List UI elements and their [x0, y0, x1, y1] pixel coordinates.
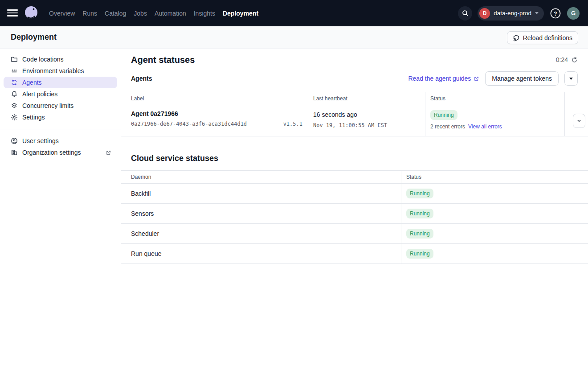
gear-icon — [11, 114, 18, 121]
daemon-name: Backfill — [121, 184, 401, 204]
expand-agent-row-button[interactable] — [573, 114, 585, 128]
sidebar-item-code-locations[interactable]: Code locations — [4, 54, 117, 65]
cloud-services-table: Daemon Status Backfill Running Sensors R… — [121, 170, 588, 264]
main-content: Agent statuses 0:24 Agents Read the agen… — [121, 49, 588, 391]
agent-status-cell: Running 2 recent errors View all errors — [425, 105, 565, 136]
sidebar-item-label: Concurrency limits — [22, 102, 74, 109]
agent-guides-link[interactable]: Read the agent guides — [408, 75, 479, 82]
search-button[interactable] — [458, 6, 472, 21]
daemon-name: Sensors — [121, 204, 401, 224]
dagster-logo-icon[interactable] — [23, 5, 39, 21]
agent-statuses-title: Agent statuses — [131, 55, 195, 65]
primary-nav: Overview Runs Catalog Jobs Automation In… — [49, 0, 258, 26]
column-header-daemon: Daemon — [121, 170, 401, 184]
external-link-icon — [474, 76, 479, 82]
agents-table: Label Last heartbeat Status Agent 0a2719… — [121, 92, 588, 136]
layers-icon — [11, 102, 18, 109]
heartbeat-timestamp: Nov 19, 11:00:55 AM EST — [313, 122, 425, 128]
sidebar-item-environment-variables[interactable]: Environment variables — [4, 65, 117, 77]
nav-item-runs[interactable]: Runs — [82, 10, 97, 17]
status-badge: Running — [406, 229, 433, 239]
folder-icon — [11, 56, 18, 63]
page-header: Deployment Reload definitions — [0, 26, 588, 49]
deployment-name: data-eng-prod — [494, 10, 531, 16]
refresh-countdown[interactable]: 0:24 — [556, 56, 578, 63]
sidebar-item-label: Settings — [22, 114, 45, 121]
sidebar-item-label: User settings — [22, 137, 59, 144]
sidebar-item-settings[interactable]: Settings — [4, 111, 117, 123]
recent-errors-count: 2 recent errors — [430, 123, 465, 130]
column-header-last-heartbeat: Last heartbeat — [308, 92, 425, 105]
agent-name: Agent 0a271966 — [131, 110, 308, 117]
deployment-switcher[interactable]: D data-eng-prod — [478, 6, 544, 21]
agent-guides-link-label: Read the agent guides — [408, 75, 471, 82]
caret-down-icon — [569, 78, 573, 80]
agent-actions-dropdown-button[interactable] — [564, 71, 578, 86]
sidebar-item-label: Code locations — [22, 56, 64, 63]
building-icon — [11, 149, 18, 156]
sidebar-item-label: Organization settings — [22, 149, 81, 156]
daemon-status-cell: Running — [401, 224, 588, 244]
daemon-status-cell: Running — [401, 204, 588, 224]
reload-definitions-label: Reload definitions — [523, 34, 572, 41]
user-avatar[interactable]: G — [567, 7, 580, 20]
agent-cycle-icon — [11, 79, 18, 86]
sidebar-item-label: Environment variables — [22, 67, 84, 74]
reload-definitions-button[interactable]: Reload definitions — [507, 31, 578, 44]
agent-version: v1.5.1 — [283, 121, 302, 127]
search-icon — [461, 9, 469, 17]
sidebar-item-user-settings[interactable]: User settings — [4, 135, 117, 147]
status-badge: Running — [406, 189, 433, 198]
column-header-actions — [565, 92, 588, 105]
column-header-status: Status — [425, 92, 565, 105]
countdown-value: 0:24 — [556, 56, 568, 63]
cloud-service-statuses-title: Cloud service statuses — [131, 154, 218, 163]
top-nav: Overview Runs Catalog Jobs Automation In… — [0, 0, 588, 26]
heartbeat-relative: 16 seconds ago — [313, 111, 425, 118]
page-title: Deployment — [11, 33, 57, 42]
bell-icon — [11, 91, 18, 98]
agents-section-label: Agents — [131, 75, 152, 82]
agent-label-cell: Agent 0a271966 0a271966-de67-4043-a3f6-a… — [121, 105, 308, 136]
nav-item-overview[interactable]: Overview — [49, 10, 75, 17]
daemon-status-cell: Running — [401, 184, 588, 204]
external-link-icon — [106, 150, 111, 156]
agent-expand-cell — [565, 105, 588, 136]
agents-section-bar: Agents Read the agent guides Manage agen… — [131, 71, 578, 86]
deployment-sidebar: Code locations Environment variables Age… — [0, 49, 121, 391]
user-circle-icon — [11, 137, 18, 144]
manage-agent-tokens-button[interactable]: Manage agent tokens — [485, 71, 559, 86]
question-icon: ? — [550, 8, 561, 19]
help-button[interactable]: ? — [549, 7, 562, 20]
nav-item-insights[interactable]: Insights — [194, 10, 215, 17]
agent-heartbeat-cell: 16 seconds ago Nov 19, 11:00:55 AM EST — [308, 105, 425, 136]
nav-item-deployment[interactable]: Deployment — [223, 10, 258, 17]
daemon-name: Scheduler — [121, 224, 401, 244]
sidebar-item-concurrency-limits[interactable]: Concurrency limits — [4, 100, 117, 111]
column-header-label: Label — [121, 92, 308, 105]
sidebar-item-agents[interactable]: Agents — [4, 77, 117, 88]
nav-item-jobs[interactable]: Jobs — [134, 10, 147, 17]
reload-definitions-icon — [513, 34, 520, 41]
nav-item-automation[interactable]: Automation — [155, 10, 186, 17]
status-badge: Running — [430, 110, 457, 120]
nav-item-catalog[interactable]: Catalog — [105, 10, 126, 17]
sidebar-item-label: Agents — [22, 79, 42, 86]
top-nav-right: D data-eng-prod ? G — [458, 0, 580, 26]
hamburger-menu-icon[interactable] — [7, 8, 19, 18]
chevron-down-icon — [576, 118, 582, 123]
status-badge: Running — [406, 249, 433, 259]
agent-id: 0a271966-de67-4043-a3f6-aca31dc44d1d — [131, 121, 247, 127]
daemon-status-cell: Running — [401, 244, 588, 264]
sidebar-item-label: Alert policies — [22, 91, 57, 98]
sidebar-item-alert-policies[interactable]: Alert policies — [4, 88, 117, 100]
svg-text:?: ? — [554, 10, 557, 16]
sidebar-item-organization-settings[interactable]: Organization settings — [4, 147, 117, 158]
deployment-initial-badge: D — [479, 8, 490, 19]
env-variables-icon — [11, 67, 18, 74]
sidebar-divider — [0, 129, 121, 129]
status-badge: Running — [406, 209, 433, 218]
view-all-errors-link[interactable]: View all errors — [468, 123, 502, 130]
refresh-icon — [571, 57, 578, 63]
column-header-status: Status — [401, 170, 588, 184]
